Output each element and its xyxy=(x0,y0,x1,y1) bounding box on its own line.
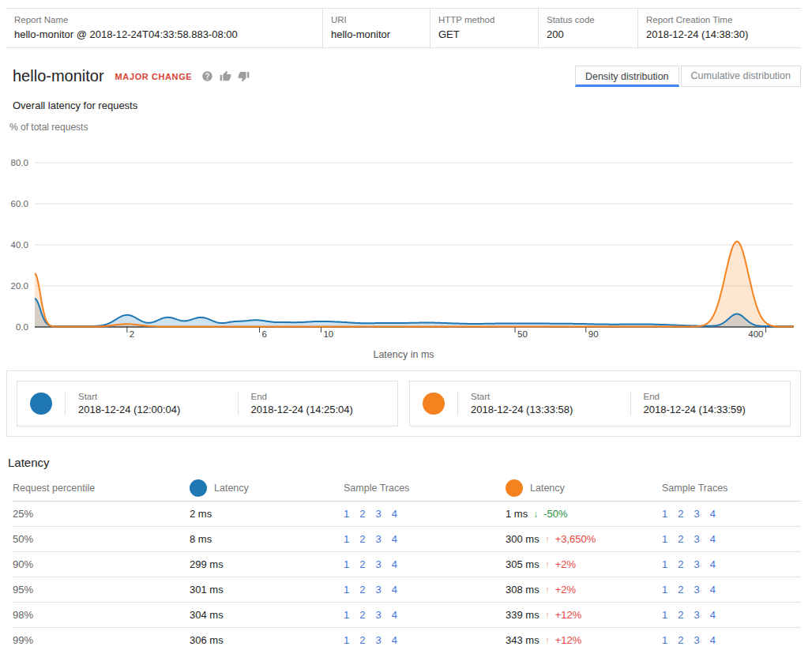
trace-link[interactable]: 2 xyxy=(359,609,365,621)
density-chart-svg: 0.020.040.060.080.026105090400 xyxy=(6,155,806,341)
trace-link[interactable]: 3 xyxy=(375,508,381,520)
trace-link[interactable]: 1 xyxy=(662,609,667,621)
report-field-label: HTTP method xyxy=(438,15,528,24)
legend-start-block: Start2018-12-24 (13:33:58) xyxy=(458,392,618,415)
x-tick-label: 6 xyxy=(262,329,267,339)
report-field-value: 200 xyxy=(547,28,628,40)
trace-link[interactable]: 1 xyxy=(662,634,667,646)
trace-link[interactable]: 3 xyxy=(375,634,381,646)
report-field-report-creation-time: Report Creation Time2018-12-24 (14:38:30… xyxy=(637,9,801,47)
trace-link[interactable]: 1 xyxy=(344,533,349,545)
trace-link[interactable]: 1 xyxy=(344,558,349,570)
table-row: 90%299 ms1234305 ms↑+2%1234 xyxy=(13,552,801,577)
trace-link[interactable]: 3 xyxy=(375,584,381,596)
trace-link[interactable]: 4 xyxy=(710,508,716,520)
baseline-sample-traces: 1234 xyxy=(344,634,506,646)
trace-link[interactable]: 2 xyxy=(678,584,683,596)
major-change-badge: MAJOR CHANGE xyxy=(115,72,193,81)
trace-link[interactable]: 4 xyxy=(710,558,716,570)
arrow-up-icon: ↑ xyxy=(545,559,550,570)
x-tick-label: 400 xyxy=(748,329,763,339)
tab-density-distribution[interactable]: Density distribution xyxy=(575,66,679,87)
trace-link[interactable]: 4 xyxy=(392,609,397,621)
trace-link[interactable]: 2 xyxy=(678,508,683,520)
trace-link[interactable]: 3 xyxy=(694,558,699,570)
change-percent: +3,650% xyxy=(555,533,596,545)
trace-link[interactable]: 1 xyxy=(344,584,349,596)
arrow-up-icon: ↑ xyxy=(545,534,550,545)
header-latency-label: Latency xyxy=(214,483,249,494)
trace-link[interactable]: 4 xyxy=(710,584,716,596)
report-field-http-method: HTTP methodGET xyxy=(430,9,538,47)
trace-link[interactable]: 2 xyxy=(678,609,683,621)
trace-link[interactable]: 4 xyxy=(392,584,397,596)
trace-link[interactable]: 3 xyxy=(375,533,381,545)
table-row: 95%301 ms1234308 ms↑+2%1234 xyxy=(13,577,801,603)
comparison-latency-value: 300 ms xyxy=(506,533,539,545)
trace-link[interactable]: 3 xyxy=(375,609,381,621)
trace-link[interactable]: 4 xyxy=(392,634,397,646)
comparison-sample-traces: 1234 xyxy=(662,584,801,596)
trace-link[interactable]: 2 xyxy=(359,634,365,646)
trace-link[interactable]: 2 xyxy=(678,558,683,570)
legend-start-block: Start2018-12-24 (12:00:04) xyxy=(66,392,225,415)
comparison-latency-value: 339 ms xyxy=(506,609,539,621)
thumb-up-icon[interactable] xyxy=(220,70,231,82)
trace-link[interactable]: 2 xyxy=(678,634,683,646)
comparison-sample-traces: 1234 xyxy=(662,634,801,646)
comparison-latency-value: 305 ms xyxy=(506,558,539,570)
latency-density-chart: 0.020.040.060.080.026105090400 Latency i… xyxy=(6,155,801,360)
trace-link[interactable]: 1 xyxy=(344,634,349,646)
x-tick-label: 90 xyxy=(588,329,599,339)
latency-section-title: Latency xyxy=(6,456,801,469)
trace-link[interactable]: 4 xyxy=(392,508,397,520)
trace-link[interactable]: 2 xyxy=(359,584,365,596)
baseline-latency-cell: 304 ms xyxy=(190,609,344,621)
trace-link[interactable]: 4 xyxy=(710,609,716,621)
trace-link[interactable]: 1 xyxy=(662,508,667,520)
legend-start-value: 2018-12-24 (12:00:04) xyxy=(78,404,225,415)
trace-link[interactable]: 1 xyxy=(662,533,667,545)
trace-link[interactable]: 4 xyxy=(392,558,397,570)
legend-end-label: End xyxy=(251,392,398,401)
percentile-cell: 25% xyxy=(13,508,190,520)
trace-link[interactable]: 2 xyxy=(678,533,683,545)
report-field-label: URI xyxy=(331,15,420,24)
comparison-latency-cell: 1 ms↓-50% xyxy=(506,508,662,520)
tab-cumulative-distribution[interactable]: Cumulative distribution xyxy=(681,66,801,87)
trace-link[interactable]: 3 xyxy=(694,584,699,596)
table-header-row: Request percentileLatencySample TracesLa… xyxy=(13,475,801,502)
trace-link[interactable]: 3 xyxy=(694,609,699,621)
header-comparison-sample-traces: Sample Traces xyxy=(662,483,801,494)
percentile-cell: 99% xyxy=(13,634,190,646)
baseline-sample-traces: 1234 xyxy=(344,533,506,545)
trace-link[interactable]: 4 xyxy=(710,634,716,646)
trace-link[interactable]: 1 xyxy=(662,558,667,570)
y-tick-label: 60.0 xyxy=(11,199,28,209)
percentile-cell: 95% xyxy=(13,584,190,596)
thumb-down-icon[interactable] xyxy=(238,70,250,82)
arrow-up-icon: ↑ xyxy=(545,635,550,646)
trace-link[interactable]: 3 xyxy=(694,508,699,520)
trace-link[interactable]: 3 xyxy=(694,634,699,646)
comparison-legend: Start2018-12-24 (12:00:04)End2018-12-24 … xyxy=(6,370,801,437)
table-row: 50%8 ms1234300 ms↑+3,650%1234 xyxy=(13,527,801,552)
legend-start-value: 2018-12-24 (13:33:58) xyxy=(471,404,618,415)
help-icon[interactable] xyxy=(201,70,213,82)
trace-link[interactable]: 3 xyxy=(694,533,699,545)
trace-link[interactable]: 2 xyxy=(359,558,365,570)
trace-link[interactable]: 2 xyxy=(359,508,365,520)
trace-link[interactable]: 1 xyxy=(344,609,349,621)
title-row: hello-monitor MAJOR CHANGE Density distr… xyxy=(6,66,801,87)
page-title: hello-monitor xyxy=(13,67,104,85)
legend-end-value: 2018-12-24 (14:33:59) xyxy=(644,404,791,415)
y-axis-title: % of total requests xyxy=(6,122,801,133)
trace-link[interactable]: 2 xyxy=(359,533,365,545)
comparison-latency-cell: 308 ms↑+2% xyxy=(506,584,662,596)
trace-link[interactable]: 4 xyxy=(392,533,397,545)
trace-link[interactable]: 1 xyxy=(344,508,349,520)
baseline-sample-traces: 1234 xyxy=(344,609,506,621)
trace-link[interactable]: 3 xyxy=(375,558,381,570)
trace-link[interactable]: 4 xyxy=(710,533,716,545)
trace-link[interactable]: 1 xyxy=(662,584,667,596)
